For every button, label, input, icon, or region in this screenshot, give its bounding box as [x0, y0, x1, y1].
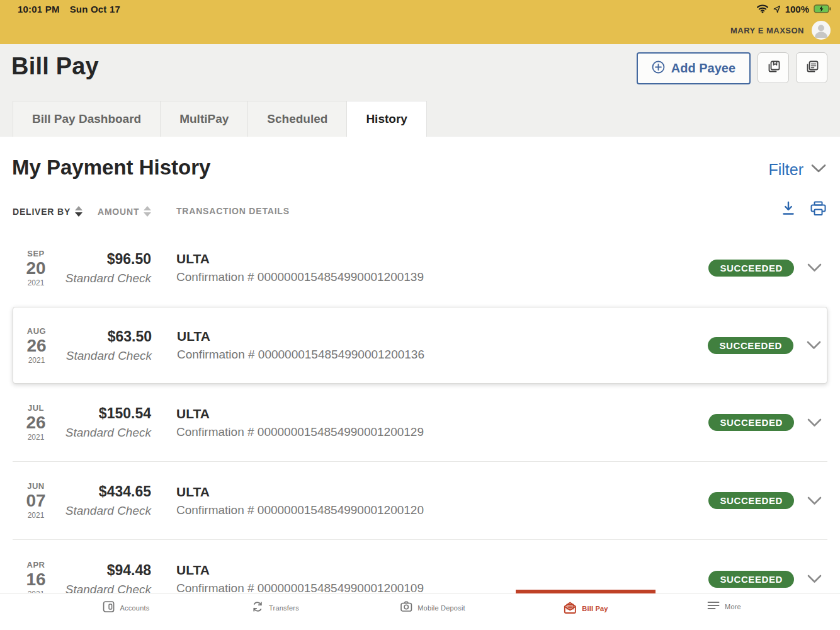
column-transaction-details: TRANSACTION DETAILS	[176, 206, 290, 216]
column-deliver-by[interactable]: DELIVER BY	[13, 206, 82, 217]
download-icon[interactable]	[781, 201, 795, 216]
nav-item-transfers[interactable]: Transfers	[251, 600, 299, 616]
page-header: Bill Pay Add Payee Bill Pay Dashboard Mu…	[0, 44, 840, 137]
documents-button[interactable]	[796, 52, 827, 83]
date-month: JUN	[19, 482, 53, 490]
payment-amount-block: $94.48 Standard Check	[53, 562, 151, 593]
avatar[interactable]	[812, 21, 831, 40]
tab[interactable]: History	[346, 101, 426, 137]
payment-date: SEP 20 2021	[19, 249, 53, 287]
filter-dropdown[interactable]: Filter	[768, 161, 826, 179]
payment-amount: $63.50	[54, 328, 152, 345]
row-expand-chevron-icon[interactable]	[807, 263, 822, 272]
payment-status-block: SUCCEEDED	[708, 337, 821, 354]
payment-list: SEP 20 2021 $96.50 Standard Check ULTA C…	[13, 229, 827, 593]
nav-item-accounts[interactable]: Accounts	[103, 600, 150, 616]
payment-row[interactable]: AUG 26 2021 $63.50 Standard Check ULTA C…	[13, 307, 827, 384]
status-bar: 10:01 PM Sun Oct 17 100%	[0, 0, 840, 16]
confirmation-number: Confirmation # 0000000154854990001200136	[177, 348, 708, 362]
status-icons: 100%	[757, 4, 831, 14]
user-name: MARY E MAXSON	[730, 26, 804, 35]
payee-book-icon	[765, 59, 782, 77]
sort-icon-deliver-by	[75, 206, 82, 217]
nav-label-mobile-deposit: Mobile Deposit	[417, 604, 465, 612]
payment-details-block: ULTA Confirmation # 00000001548549900012…	[176, 484, 708, 517]
payment-amount-block: $96.50 Standard Check	[53, 251, 151, 285]
row-expand-chevron-icon[interactable]	[807, 341, 821, 350]
payment-date: JUN 07 2021	[19, 482, 53, 519]
section-title: My Payment History	[12, 156, 210, 180]
nav-item-mobile-deposit[interactable]: Mobile Deposit	[400, 600, 465, 616]
payment-amount: $94.48	[53, 562, 151, 579]
chevron-down-icon	[811, 164, 826, 176]
add-payee-button[interactable]: Add Payee	[637, 52, 751, 84]
payee-book-button[interactable]	[758, 52, 789, 83]
date-day: 26	[19, 414, 53, 432]
status-time: 10:01 PM	[18, 4, 60, 14]
nav-item-more[interactable]: More	[707, 600, 741, 613]
transaction-details-label: TRANSACTION DETAILS	[176, 206, 290, 216]
row-expand-chevron-icon[interactable]	[807, 418, 822, 427]
date-day: 07	[19, 492, 53, 510]
payment-status-block: SUCCEEDED	[708, 414, 822, 431]
amount-label: AMOUNT	[98, 207, 139, 217]
plus-circle-icon	[652, 60, 665, 77]
confirmation-number: Confirmation # 0000000154854990001200139	[176, 270, 708, 284]
print-icon[interactable]	[810, 201, 826, 216]
tab[interactable]: Bill Pay Dashboard	[13, 101, 161, 137]
payment-details-block: ULTA Confirmation # 00000001548549900012…	[176, 563, 708, 593]
payment-amount: $150.54	[53, 405, 151, 422]
payment-date: AUG 26 2021	[20, 327, 54, 364]
page-title: Bill Pay	[11, 53, 99, 80]
payment-row[interactable]: APR 16 2021 $94.48 Standard Check ULTA C…	[13, 540, 827, 593]
payee-name: ULTA	[177, 329, 708, 344]
confirmation-number: Confirmation # 0000000154854990001200129	[176, 425, 708, 439]
status-badge: SUCCEEDED	[708, 571, 794, 588]
nav-label-bill-pay: Bill Pay	[582, 605, 608, 612]
payment-amount: $96.50	[53, 251, 151, 268]
payment-date: JUL 26 2021	[19, 404, 53, 441]
tab[interactable]: MultiPay	[160, 101, 248, 137]
status-badge: SUCCEEDED	[708, 337, 793, 354]
confirmation-number: Confirmation # 0000000154854990001200120	[176, 503, 708, 517]
payment-method: Standard Check	[53, 426, 151, 440]
date-year: 2021	[19, 433, 53, 441]
wifi-icon	[757, 4, 768, 13]
battery-percent: 100%	[785, 4, 809, 14]
payment-details-block: ULTA Confirmation # 00000001548549900012…	[177, 329, 708, 362]
status-badge: SUCCEEDED	[708, 260, 794, 277]
payee-name: ULTA	[176, 484, 708, 500]
tab-label: Bill Pay Dashboard	[32, 112, 141, 126]
row-expand-chevron-icon[interactable]	[807, 496, 822, 505]
deliver-by-label: DELIVER BY	[13, 207, 71, 217]
row-expand-chevron-icon[interactable]	[807, 575, 822, 583]
payment-amount-block: $150.54 Standard Check	[53, 405, 151, 440]
column-header-row: DELIVER BY AMOUNT TRANSACTION DETAILS	[13, 200, 826, 225]
payment-row[interactable]: JUN 07 2021 $434.65 Standard Check ULTA …	[13, 462, 827, 540]
user-row: MARY E MAXSON	[0, 16, 840, 44]
documents-icon	[803, 59, 820, 77]
tab[interactable]: Scheduled	[247, 101, 347, 137]
bill-pay-icon	[563, 600, 577, 617]
payment-row[interactable]: SEP 20 2021 $96.50 Standard Check ULTA C…	[13, 229, 827, 307]
date-day: 20	[19, 260, 53, 277]
main-content: My Payment History Filter DELIVER BY AMO…	[0, 137, 840, 593]
column-amount[interactable]: AMOUNT	[98, 206, 151, 217]
date-year: 2021	[20, 357, 54, 364]
payment-details-block: ULTA Confirmation # 00000001548549900012…	[176, 251, 708, 284]
more-icon	[707, 600, 720, 613]
date-day: 16	[19, 571, 53, 588]
sort-icon-amount	[144, 206, 151, 217]
date-month: JUL	[19, 404, 53, 412]
payment-status-block: SUCCEEDED	[708, 260, 822, 277]
payee-name: ULTA	[176, 251, 708, 266]
payment-row[interactable]: JUL 26 2021 $150.54 Standard Check ULTA …	[13, 384, 827, 462]
nav-item-bill-pay[interactable]: Bill Pay	[563, 600, 608, 617]
add-payee-label: Add Payee	[671, 61, 735, 76]
tab-bar: Bill Pay Dashboard MultiPay Scheduled Hi…	[13, 101, 426, 137]
location-icon	[773, 5, 781, 13]
status-badge: SUCCEEDED	[708, 414, 794, 431]
payment-amount-block: $434.65 Standard Check	[53, 483, 151, 518]
payment-amount-block: $63.50 Standard Check	[54, 328, 152, 363]
transfers-icon	[251, 600, 264, 616]
